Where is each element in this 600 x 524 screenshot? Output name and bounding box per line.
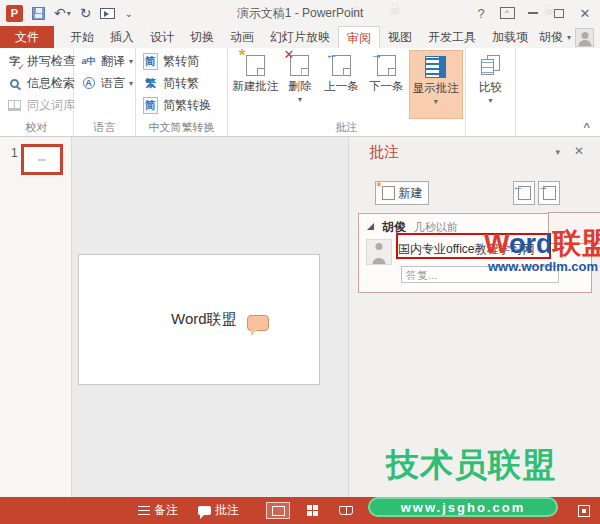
delete-caret-icon: ▾ <box>298 97 302 103</box>
comment-timestamp: 几秒以前 <box>414 220 458 235</box>
quick-access-toolbar: P ↶ ▾ ↻ ⌄ <box>6 3 133 23</box>
thumbnail-content-dash <box>38 159 46 160</box>
next-comment-icon: → <box>377 55 396 76</box>
collapse-triangle-icon[interactable] <box>367 223 374 230</box>
tab-file[interactable]: 文件 <box>0 26 54 48</box>
comment-balloon-icon[interactable] <box>247 315 269 331</box>
ribbon-group-language: a中 翻译 ▾ A 语言 ▾ 语言 <box>74 48 136 136</box>
minimize-button[interactable] <box>520 2 546 24</box>
ribbon-group-compare: 比较 ▾ <box>466 48 516 136</box>
normal-view-button[interactable] <box>266 502 290 519</box>
powerpoint-logo-icon[interactable]: P <box>6 5 23 22</box>
pane-menu-caret-icon[interactable]: ▾ <box>555 147 560 157</box>
tab-insert[interactable]: 插入 <box>102 26 142 48</box>
slide[interactable]: Word联盟 <box>78 254 320 385</box>
customize-qat-icon[interactable]: ⌄ <box>124 8 132 19</box>
new-comment-pane-button[interactable]: * 新建 <box>375 181 429 205</box>
research-icon <box>6 76 23 91</box>
group-label-proofing: 校对 <box>2 119 71 136</box>
slide-sorter-view-button[interactable] <box>300 502 324 519</box>
compare-button[interactable]: 比较 ▾ <box>468 50 513 119</box>
undo-caret-icon[interactable]: ▾ <box>67 9 71 18</box>
spell-check-icon: 字✓ <box>6 54 23 69</box>
ribbon-group-proofing: 字✓ 拼写检查 信息检索 同义词库 校对 <box>0 48 74 136</box>
translate-caret-icon: ▾ <box>129 57 133 66</box>
window-controls: ? ^ ✕ <box>468 0 598 26</box>
next-comment-pane-button[interactable]: → <box>538 181 560 205</box>
undo-icon: ↶ <box>54 6 66 20</box>
comments-pane: 批注 ▾ ✕ * 新建 ← → 胡俊 几秒以前 国内专业office教程学习网 … <box>348 137 600 497</box>
collapse-ribbon-icon[interactable]: ^ <box>584 121 590 133</box>
comment-avatar <box>366 239 392 265</box>
tab-developer[interactable]: 开发工具 <box>420 26 484 48</box>
tab-design[interactable]: 设计 <box>142 26 182 48</box>
slide-editing-area[interactable]: Word联盟 <box>73 137 348 497</box>
notes-icon <box>138 506 150 515</box>
research-button[interactable]: 信息检索 <box>2 72 71 94</box>
tab-home[interactable]: 开始 <box>62 26 102 48</box>
language-caret-icon: ▾ <box>129 79 133 88</box>
ribbon-display-options-button[interactable]: ^ <box>494 2 520 24</box>
group-label-language: 语言 <box>76 119 133 136</box>
convert-simplified-traditional-icon: 简 <box>142 98 159 113</box>
translate-button[interactable]: a中 翻译 ▾ <box>76 50 133 72</box>
slideshow-from-start-icon[interactable] <box>100 8 115 19</box>
account-avatar[interactable] <box>575 28 594 47</box>
reply-input[interactable] <box>401 266 559 283</box>
pane-close-icon[interactable]: ✕ <box>574 144 584 158</box>
language-button[interactable]: A 语言 ▾ <box>76 72 133 94</box>
traditional-to-simplified-button[interactable]: 简 繁转简 <box>138 50 225 72</box>
maximize-icon <box>554 9 564 18</box>
redo-icon[interactable]: ↻ <box>80 6 92 20</box>
ribbon: 字✓ 拼写检查 信息检索 同义词库 校对 a中 翻译 ▾ A 语言 <box>0 48 600 137</box>
group-label-comments: 批注 <box>230 119 463 136</box>
slide-number: 1 <box>11 146 18 160</box>
comment-text[interactable]: 国内专业office教程学习网 <box>398 241 534 258</box>
show-comments-button[interactable]: 显示批注 ▾ <box>409 50 463 119</box>
previous-comment-mini-icon: ← <box>518 186 531 200</box>
save-icon[interactable] <box>32 7 45 20</box>
normal-view-icon <box>272 506 285 516</box>
slide-sorter-icon <box>307 505 318 516</box>
next-comment-button[interactable]: → 下一条 <box>364 50 409 119</box>
tab-slideshow[interactable]: 幻灯片放映 <box>262 26 338 48</box>
new-comment-button[interactable]: * 新建批注 <box>230 50 280 119</box>
wordlm-stamp-box <box>548 212 600 244</box>
convert-simplified-traditional-button[interactable]: 简 简繁转换 <box>138 94 225 116</box>
previous-comment-pane-button[interactable]: ← <box>513 181 535 205</box>
tab-animations[interactable]: 动画 <box>222 26 262 48</box>
slide-text[interactable]: Word联盟 <box>171 310 237 329</box>
thesaurus-icon <box>6 98 23 113</box>
slide-thumbnail-panel[interactable]: 1 <box>0 137 72 497</box>
compare-caret-icon: ▾ <box>488 98 492 104</box>
reading-view-icon <box>339 506 353 515</box>
previous-comment-button[interactable]: ← 上一条 <box>319 50 364 119</box>
workspace: 1 Word联盟 批注 ▾ ✕ * 新建 ← → 胡俊 几秒以前 <box>0 137 600 497</box>
skull-watermark-icon: ☠ <box>388 1 401 19</box>
slide-thumbnail[interactable] <box>21 144 63 175</box>
tab-view[interactable]: 视图 <box>380 26 420 48</box>
account-name: 胡俊 <box>539 29 563 46</box>
notes-toggle-button[interactable]: 备注 <box>138 497 178 524</box>
tab-review[interactable]: 审阅 <box>338 26 380 48</box>
tab-addins[interactable]: 加载项 <box>484 26 536 48</box>
maximize-button[interactable] <box>546 2 572 24</box>
compare-icon <box>480 55 502 77</box>
reading-view-button[interactable] <box>334 502 358 519</box>
skull-watermark-icon: ☠ <box>350 4 363 22</box>
ribbon-group-chinese-conversion: 简 繁转简 繁 简转繁 简 简繁转换 中文简繁转换 <box>136 48 228 136</box>
tab-transitions[interactable]: 切换 <box>182 26 222 48</box>
ribbon-group-comments: * 新建批注 ✕ 删除 ▾ ← 上一条 → 下一条 显示批注 ▾ 批注 <box>228 48 466 136</box>
help-button[interactable]: ? <box>468 2 494 24</box>
delete-comment-button[interactable]: ✕ 删除 ▾ <box>280 50 319 119</box>
fit-to-window-button[interactable] <box>572 502 596 519</box>
thesaurus-button: 同义词库 <box>2 94 71 116</box>
simplified-to-traditional-button[interactable]: 繁 简转繁 <box>138 72 225 94</box>
show-comments-caret-icon: ▾ <box>434 99 438 105</box>
comments-toggle-button[interactable]: 批注 <box>198 497 239 524</box>
account-area[interactable]: 胡俊 ▾ <box>539 26 594 48</box>
spell-check-button[interactable]: 字✓ 拼写检查 <box>2 50 71 72</box>
close-button[interactable]: ✕ <box>572 2 598 24</box>
undo-button[interactable]: ↶ ▾ <box>54 6 71 20</box>
new-comment-icon: * <box>246 55 265 76</box>
